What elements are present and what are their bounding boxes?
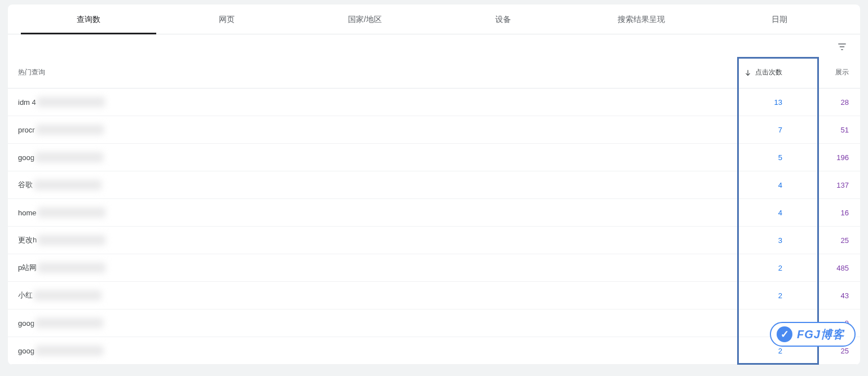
query-cell: 谷歌 bbox=[15, 180, 722, 190]
table-row[interactable]: home 4 16 bbox=[8, 199, 860, 227]
query-text: p站网 bbox=[18, 263, 37, 273]
query-text: goog bbox=[18, 153, 34, 162]
table-row[interactable]: goog 9 bbox=[8, 309, 860, 337]
column-header-impressions[interactable]: 展示 bbox=[799, 68, 853, 77]
impressions-cell: 196 bbox=[799, 153, 853, 162]
query-cell: idm 4 bbox=[15, 97, 722, 107]
query-cell: 更改h bbox=[15, 235, 722, 245]
column-header-clicks[interactable]: 点击次数 bbox=[722, 68, 799, 77]
header-label: 点击次数 bbox=[755, 68, 782, 77]
table-row[interactable]: goog 2 25 bbox=[8, 337, 860, 365]
tab-label: 日期 bbox=[772, 15, 787, 24]
query-cell: home bbox=[15, 207, 722, 218]
impressions-cell: 16 bbox=[799, 209, 853, 217]
table-header-row: 热门查询 点击次数 展示 bbox=[8, 57, 860, 89]
query-cell: goog bbox=[15, 318, 722, 328]
query-cell: p站网 bbox=[15, 263, 722, 273]
impressions-cell: 25 bbox=[799, 347, 853, 355]
query-text: idm 4 bbox=[18, 98, 36, 107]
redacted-text bbox=[36, 125, 104, 135]
tab-label: 设备 bbox=[495, 15, 511, 24]
clicks-cell: 2 bbox=[722, 264, 799, 272]
header-label: 展示 bbox=[835, 68, 849, 76]
query-text: 更改h bbox=[18, 235, 37, 245]
query-cell: 小红 bbox=[15, 290, 722, 300]
table-row[interactable]: p站网 2 485 bbox=[8, 254, 860, 282]
query-text: goog bbox=[18, 347, 34, 355]
redacted-text bbox=[38, 263, 105, 273]
query-text: home bbox=[18, 209, 37, 217]
table-row[interactable]: 谷歌 4 137 bbox=[8, 171, 860, 199]
query-text: 小红 bbox=[18, 290, 33, 300]
sort-descending-icon bbox=[744, 69, 752, 77]
tab-queries[interactable]: 查询数 bbox=[19, 5, 157, 34]
tab-label: 搜索结果呈现 bbox=[618, 15, 665, 24]
header-label: 热门查询 bbox=[18, 68, 45, 77]
impressions-cell: 25 bbox=[799, 236, 853, 245]
redacted-text bbox=[37, 97, 105, 107]
tab-label: 查询数 bbox=[77, 15, 100, 24]
redacted-text bbox=[36, 318, 103, 328]
tab-label: 网页 bbox=[219, 15, 235, 24]
tab-search-appearance[interactable]: 搜索结果呈现 bbox=[572, 5, 711, 34]
filter-row bbox=[8, 34, 860, 57]
data-table: 热门查询 点击次数 展示 idm 4 13 28 procr 7 51 goog… bbox=[8, 57, 860, 365]
watermark-text: FGJ博客 bbox=[797, 327, 844, 342]
table-row[interactable]: 小红 2 43 bbox=[8, 282, 860, 309]
clicks-cell: 7 bbox=[722, 126, 799, 134]
query-text: procr bbox=[18, 126, 35, 134]
main-panel: 查询数 网页 国家/地区 设备 搜索结果呈现 日期 热门查询 点击次数 展示 i… bbox=[8, 5, 860, 365]
clicks-cell: 4 bbox=[722, 209, 799, 217]
watermark-check-icon: ✓ bbox=[777, 326, 792, 342]
dimension-tabs: 查询数 网页 国家/地区 设备 搜索结果呈现 日期 bbox=[8, 5, 860, 34]
clicks-cell: 3 bbox=[722, 236, 799, 245]
query-cell: goog bbox=[15, 346, 722, 356]
tab-devices[interactable]: 设备 bbox=[434, 5, 572, 34]
table-row[interactable]: idm 4 13 28 bbox=[8, 89, 860, 116]
table-row[interactable]: procr 7 51 bbox=[8, 116, 860, 144]
clicks-cell: 4 bbox=[722, 181, 799, 189]
watermark-badge: ✓ FGJ博客 bbox=[770, 322, 856, 347]
clicks-cell: 2 bbox=[722, 291, 799, 300]
tab-dates[interactable]: 日期 bbox=[711, 5, 849, 34]
column-header-query[interactable]: 热门查询 bbox=[15, 68, 722, 77]
query-cell: procr bbox=[15, 125, 722, 135]
query-text: 谷歌 bbox=[18, 180, 33, 190]
impressions-cell: 51 bbox=[799, 126, 853, 134]
clicks-cell: 13 bbox=[722, 98, 799, 107]
redacted-text bbox=[36, 152, 103, 162]
filter-icon[interactable] bbox=[835, 40, 849, 54]
clicks-cell: 5 bbox=[722, 153, 799, 162]
impressions-cell: 43 bbox=[799, 291, 853, 300]
impressions-cell: 485 bbox=[799, 264, 853, 272]
impressions-cell: 28 bbox=[799, 98, 853, 107]
clicks-cell: 2 bbox=[722, 347, 799, 355]
redacted-text bbox=[34, 180, 102, 190]
tab-label: 国家/地区 bbox=[348, 15, 382, 24]
impressions-cell: 137 bbox=[799, 181, 853, 189]
redacted-text bbox=[36, 346, 103, 356]
tab-pages[interactable]: 网页 bbox=[157, 5, 296, 34]
redacted-text bbox=[38, 207, 105, 218]
table-row[interactable]: 更改h 3 25 bbox=[8, 227, 860, 254]
query-cell: goog bbox=[15, 152, 722, 162]
query-text: goog bbox=[18, 319, 34, 328]
tab-countries[interactable]: 国家/地区 bbox=[296, 5, 434, 34]
table-row[interactable]: goog 5 196 bbox=[8, 144, 860, 171]
redacted-text bbox=[38, 235, 105, 245]
redacted-text bbox=[34, 290, 102, 300]
